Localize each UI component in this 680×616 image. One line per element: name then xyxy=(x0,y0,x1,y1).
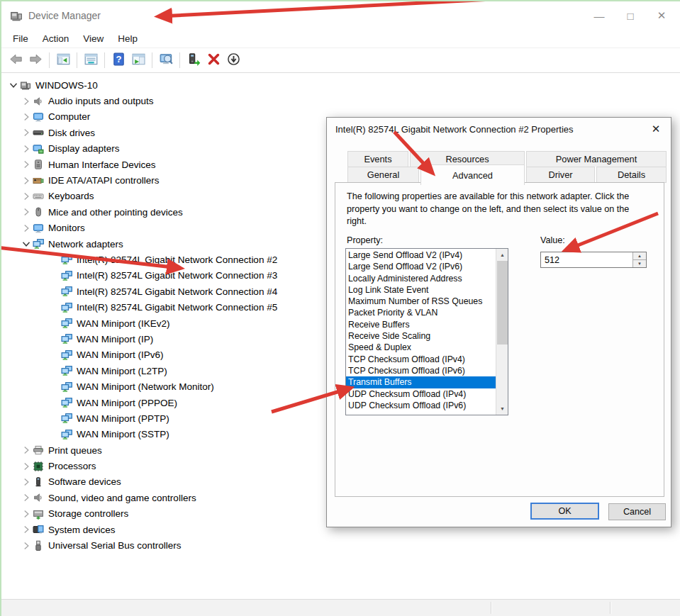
chevron-right-icon[interactable] xyxy=(20,540,33,551)
toolbar-separator xyxy=(49,52,50,68)
scroll-up-icon[interactable]: ▲ xyxy=(496,249,508,261)
show-console-tree-button[interactable] xyxy=(54,51,72,69)
chevron-right-icon[interactable] xyxy=(20,444,33,456)
value-spinner: ▲ ▼ xyxy=(632,252,646,267)
scroll-down-icon[interactable]: ▼ xyxy=(496,403,508,415)
cancel-button[interactable]: Cancel xyxy=(608,503,666,520)
property-udp-checksum-offload-ipv4[interactable]: UDP Checksum Offload (IPv4) xyxy=(346,388,496,400)
dialog-close-icon[interactable]: ✕ xyxy=(645,119,667,139)
menu-help[interactable]: Help xyxy=(111,31,145,46)
tree-item-label: Universal Serial Bus controllers xyxy=(48,540,182,551)
computer-icon xyxy=(20,79,32,91)
tab-advanced[interactable]: Advanced xyxy=(420,164,525,185)
maximize-icon[interactable]: □ xyxy=(615,5,646,26)
property-locally-administered-address[interactable]: Locally Administered Address xyxy=(346,273,496,284)
spin-up-icon[interactable]: ▲ xyxy=(633,252,646,260)
property-packet-priority-vlan[interactable]: Packet Priority & VLAN xyxy=(346,307,496,318)
tree-item-label: System devices xyxy=(48,525,116,535)
properties-icon xyxy=(84,52,98,69)
tab-general[interactable]: General xyxy=(347,167,419,183)
forward-button[interactable] xyxy=(26,51,45,69)
property-large-send-offload-v2-ipv6[interactable]: Large Send Offload V2 (IPv6) xyxy=(346,261,496,272)
tree-item-label: WAN Miniport (PPTP) xyxy=(77,413,169,424)
update-driver-button[interactable] xyxy=(184,51,203,69)
toolbar-separator xyxy=(104,52,105,68)
ok-button[interactable]: OK xyxy=(530,503,599,520)
chevron-right-icon[interactable] xyxy=(20,508,33,520)
menu-bar: FileActionViewHelp xyxy=(1,30,680,48)
value-label: Value: xyxy=(540,235,565,245)
tree-item-label: WAN Miniport (IP) xyxy=(77,334,153,345)
chevron-right-icon[interactable] xyxy=(20,476,33,488)
property-maximum-number-of-rss-queues[interactable]: Maximum Number of RSS Queues xyxy=(346,296,496,307)
tree-item-universal-serial-bus-controllers[interactable]: Universal Serial Bus controllers xyxy=(1,537,680,553)
chevron-right-icon[interactable] xyxy=(20,96,33,107)
property-transmit-buffers[interactable]: Transmit Buffers xyxy=(346,376,496,388)
properties-dialog: Intel(R) 82574L Gigabit Network Connecti… xyxy=(326,117,671,527)
tree-item-label: WAN Miniport (IPv6) xyxy=(77,349,164,360)
action-pane-button[interactable] xyxy=(129,51,147,69)
tree-item-audio-inputs-and-outputs[interactable]: Audio inputs and outputs xyxy=(1,93,680,108)
chevron-right-icon[interactable] xyxy=(20,223,33,234)
chevron-right-icon[interactable] xyxy=(20,127,33,138)
chevron-right-icon[interactable] xyxy=(20,159,33,170)
chevron-right-icon[interactable] xyxy=(20,524,33,535)
chevron-right-icon[interactable] xyxy=(20,143,33,155)
property-tcp-checksum-offload-ipv6[interactable]: TCP Checksum Offload (IPv6) xyxy=(346,365,496,376)
tree-item-label: WAN Miniport (IKEv2) xyxy=(77,318,170,329)
tree-item-label: WAN Miniport (PPPOE) xyxy=(77,398,177,408)
help-button[interactable]: ? xyxy=(109,51,128,69)
property-receive-side-scaling[interactable]: Receive Side Scaling xyxy=(346,330,496,342)
property-log-link-state-event[interactable]: Log Link State Event xyxy=(346,284,496,296)
close-icon[interactable]: ✕ xyxy=(646,5,677,26)
property-receive-buffers[interactable]: Receive Buffers xyxy=(346,319,496,330)
software-device-icon xyxy=(33,476,45,488)
chevron-right-icon[interactable] xyxy=(20,206,33,218)
display-adapter-icon xyxy=(33,143,45,155)
spin-down-icon[interactable]: ▼ xyxy=(633,260,646,268)
tab-power-management[interactable]: Power Management xyxy=(526,151,667,167)
minimize-icon[interactable]: — xyxy=(584,5,615,26)
chevron-right-icon[interactable] xyxy=(20,175,33,186)
scan-hardware-changes-button[interactable] xyxy=(157,51,175,69)
property-udp-checksum-offload-ipv6[interactable]: UDP Checksum Offload (IPv6) xyxy=(346,400,496,411)
scrollbar-thumb[interactable] xyxy=(497,261,508,345)
tab-details[interactable]: Details xyxy=(596,167,667,183)
property-large-send-offload-v2-ipv4[interactable]: Large Send Offload V2 (IPv4) xyxy=(346,250,496,261)
tree-item-label: WAN Miniport (Network Monitor) xyxy=(77,381,214,392)
mouse-icon xyxy=(33,206,45,218)
chevron-down-icon[interactable] xyxy=(7,79,20,91)
show-console-tree-icon xyxy=(57,52,70,69)
disable-device-button[interactable] xyxy=(224,51,243,69)
menu-action[interactable]: Action xyxy=(35,31,77,46)
toolbar-separator xyxy=(77,52,77,68)
back-button[interactable] xyxy=(6,51,25,69)
tree-item-label: Intel(R) 82574L Gigabit Network Connecti… xyxy=(77,270,277,281)
uninstall-device-button[interactable] xyxy=(204,51,223,69)
chevron-right-icon[interactable] xyxy=(20,461,33,472)
network-icon xyxy=(61,302,73,313)
svg-text:?: ? xyxy=(116,54,121,65)
tab-events[interactable]: Events xyxy=(347,151,408,167)
chevron-right-icon[interactable] xyxy=(20,191,33,202)
tab-driver[interactable]: Driver xyxy=(526,167,595,183)
property-listbox[interactable]: Large Send Offload V2 (IPv4)Large Send O… xyxy=(345,248,508,415)
property-speed-duplex[interactable]: Speed & Duplex xyxy=(346,342,496,353)
property-tcp-checksum-offload-ipv4[interactable]: TCP Checksum Offload (IPv4) xyxy=(346,354,496,365)
chevron-right-icon[interactable] xyxy=(20,111,33,123)
chevron-right-icon[interactable] xyxy=(20,492,33,503)
processor-icon xyxy=(33,461,45,472)
tree-item-label: Display adapters xyxy=(48,143,120,154)
chevron-down-icon[interactable] xyxy=(20,238,33,250)
menu-view[interactable]: View xyxy=(76,31,111,46)
disable-device-icon xyxy=(227,52,240,69)
tree-item-label: Network adapters xyxy=(48,239,123,250)
tree-item-windows-10[interactable]: WINDOWS-10 xyxy=(1,77,680,93)
screen: Device Manager — □ ✕ FileActionViewHelp … xyxy=(0,0,680,616)
status-bar-divider xyxy=(610,602,611,614)
properties-button[interactable] xyxy=(82,51,100,69)
menu-file[interactable]: File xyxy=(6,31,35,46)
listbox-scrollbar[interactable]: ▲ ▼ xyxy=(496,249,508,415)
tree-item-label: Intel(R) 82574L Gigabit Network Connecti… xyxy=(77,286,277,297)
value-input[interactable] xyxy=(541,252,632,267)
